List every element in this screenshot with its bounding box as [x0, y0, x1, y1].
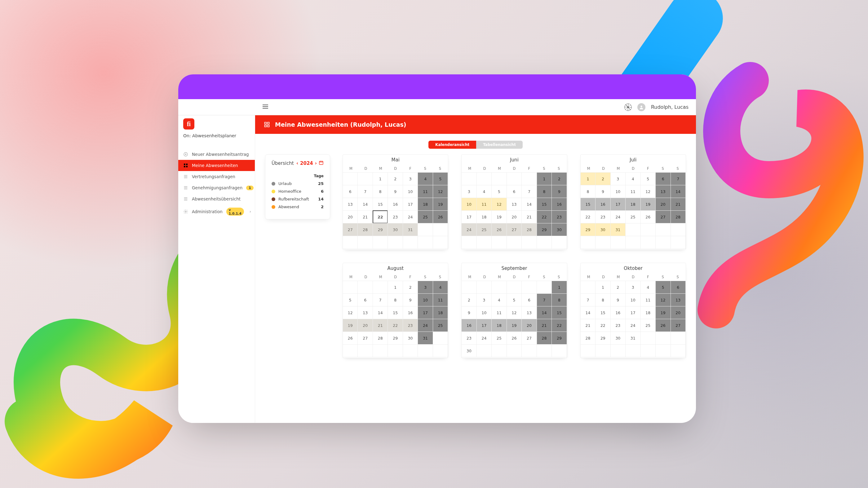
day-cell[interactable]: 16 [595, 198, 610, 211]
day-cell[interactable]: 13 [521, 306, 537, 319]
day-cell[interactable]: 3 [461, 185, 476, 198]
day-cell[interactable]: 19 [433, 198, 448, 211]
day-cell[interactable]: 14 [671, 185, 686, 198]
day-cell[interactable]: 29 [537, 223, 552, 236]
day-cell[interactable]: 28 [521, 223, 537, 236]
day-cell[interactable]: 20 [655, 198, 671, 211]
day-cell[interactable]: 15 [537, 198, 552, 211]
day-cell[interactable]: 29 [388, 331, 403, 345]
day-cell[interactable]: 20 [358, 319, 373, 332]
day-cell[interactable]: 18 [433, 306, 448, 319]
day-cell[interactable]: 10 [610, 185, 626, 198]
tab-kalender[interactable]: Kalenderansicht [428, 141, 476, 149]
day-cell[interactable]: 22 [373, 210, 388, 223]
day-cell[interactable]: 30 [610, 331, 626, 345]
day-cell[interactable]: 12 [433, 185, 448, 198]
day-cell[interactable]: 17 [476, 319, 492, 332]
day-cell[interactable]: 1 [537, 172, 552, 185]
day-cell[interactable]: 27 [671, 319, 686, 332]
day-cell[interactable]: 31 [610, 223, 626, 236]
day-cell[interactable]: 22 [537, 210, 552, 223]
day-cell[interactable]: 18 [417, 198, 433, 211]
day-cell[interactable]: 21 [580, 319, 595, 332]
day-cell[interactable]: 7 [580, 293, 595, 306]
day-cell[interactable]: 13 [358, 306, 373, 319]
day-cell[interactable]: 9 [610, 293, 626, 306]
day-cell[interactable]: 9 [461, 306, 476, 319]
day-cell[interactable]: 31 [417, 331, 433, 345]
day-cell[interactable]: 10 [461, 198, 476, 211]
day-cell[interactable]: 12 [655, 293, 671, 306]
day-cell[interactable]: 11 [417, 185, 433, 198]
hamburger-icon[interactable] [262, 103, 269, 111]
day-cell[interactable]: 8 [388, 293, 403, 306]
day-cell[interactable]: 13 [655, 185, 671, 198]
day-cell[interactable]: 19 [343, 319, 358, 332]
day-cell[interactable]: 23 [388, 210, 403, 223]
day-cell[interactable]: 5 [506, 293, 522, 306]
day-cell[interactable]: 27 [343, 223, 358, 236]
day-cell[interactable]: 1 [580, 172, 595, 185]
day-cell[interactable]: 13 [506, 198, 522, 211]
day-cell[interactable]: 5 [491, 185, 506, 198]
day-cell[interactable]: 2 [595, 172, 610, 185]
day-cell[interactable]: 4 [476, 185, 492, 198]
day-cell[interactable]: 1 [595, 281, 610, 294]
day-cell[interactable]: 16 [403, 306, 418, 319]
day-cell[interactable]: 16 [388, 198, 403, 211]
day-cell[interactable]: 25 [641, 319, 656, 332]
day-cell[interactable]: 8 [552, 293, 567, 306]
avatar[interactable] [638, 103, 645, 111]
day-cell[interactable]: 22 [595, 319, 610, 332]
day-cell[interactable]: 12 [491, 198, 506, 211]
day-cell[interactable]: 30 [595, 223, 610, 236]
day-cell[interactable]: 11 [433, 293, 448, 306]
day-cell[interactable]: 17 [403, 198, 418, 211]
day-cell[interactable]: 11 [476, 198, 492, 211]
day-cell[interactable]: 22 [580, 210, 595, 223]
day-cell[interactable]: 15 [552, 306, 567, 319]
day-cell[interactable]: 15 [388, 306, 403, 319]
day-cell[interactable]: 3 [403, 172, 418, 185]
day-cell[interactable]: 7 [537, 293, 552, 306]
day-cell[interactable]: 17 [610, 198, 626, 211]
day-cell[interactable]: 29 [373, 223, 388, 236]
day-cell[interactable]: 3 [625, 281, 641, 294]
day-cell[interactable]: 2 [461, 293, 476, 306]
theme-icon[interactable] [624, 103, 632, 111]
day-cell[interactable]: 7 [671, 172, 686, 185]
day-cell[interactable]: 2 [388, 172, 403, 185]
day-cell[interactable]: 17 [625, 306, 641, 319]
day-cell[interactable]: 14 [537, 306, 552, 319]
day-cell[interactable]: 19 [506, 319, 522, 332]
day-cell[interactable]: 20 [671, 306, 686, 319]
year-prev-icon[interactable]: ‹ [297, 161, 298, 166]
day-cell[interactable]: 21 [358, 210, 373, 223]
sidebar-item-mine[interactable]: Meine Abwesenheiten [178, 160, 255, 171]
sidebar-item-admin[interactable]: Administrationv 1.0.1.4› [178, 204, 255, 219]
day-cell[interactable]: 7 [521, 185, 537, 198]
day-cell[interactable]: 13 [671, 293, 686, 306]
day-cell[interactable]: 21 [373, 319, 388, 332]
day-cell[interactable]: 30 [461, 344, 476, 357]
day-cell[interactable]: 25 [491, 331, 506, 345]
day-cell[interactable]: 5 [343, 293, 358, 306]
day-cell[interactable]: 8 [373, 185, 388, 198]
day-cell[interactable]: 6 [521, 293, 537, 306]
day-cell[interactable]: 16 [610, 306, 626, 319]
day-cell[interactable]: 20 [521, 319, 537, 332]
day-cell[interactable]: 10 [417, 293, 433, 306]
day-cell[interactable]: 24 [476, 331, 492, 345]
day-cell[interactable]: 4 [433, 281, 448, 294]
day-cell[interactable]: 21 [537, 319, 552, 332]
day-cell[interactable]: 28 [373, 331, 388, 345]
day-cell[interactable]: 12 [641, 185, 656, 198]
day-cell[interactable]: 21 [521, 210, 537, 223]
day-cell[interactable]: 26 [491, 223, 506, 236]
day-cell[interactable]: 29 [552, 331, 567, 345]
day-cell[interactable]: 6 [671, 281, 686, 294]
day-cell[interactable]: 25 [433, 319, 448, 332]
day-cell[interactable]: 2 [610, 281, 626, 294]
day-cell[interactable]: 23 [403, 319, 418, 332]
day-cell[interactable]: 1 [388, 281, 403, 294]
